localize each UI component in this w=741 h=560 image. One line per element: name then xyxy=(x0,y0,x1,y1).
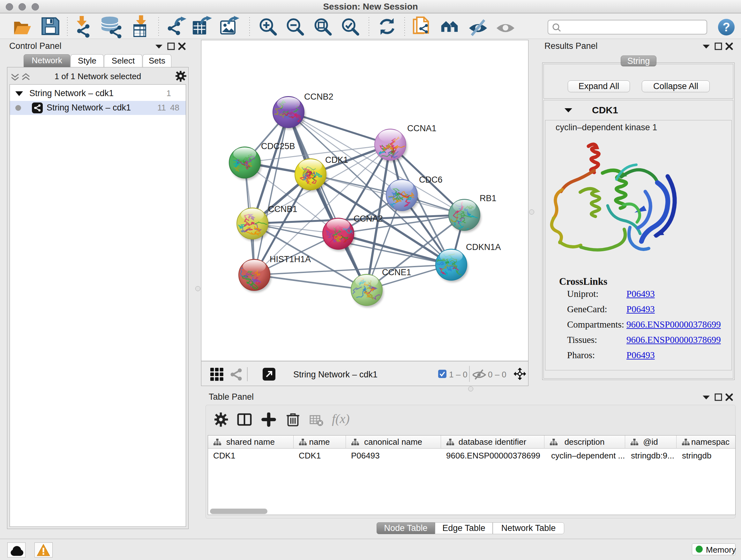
svg-text:RB1: RB1 xyxy=(480,193,496,203)
svg-text:CDC25B: CDC25B xyxy=(261,141,295,151)
svg-text:CCNB1: CCNB1 xyxy=(268,204,297,214)
svg-text:CCNA1: CCNA1 xyxy=(407,124,436,133)
svg-text:CCNE1: CCNE1 xyxy=(382,267,411,277)
svg-text:HIST1H1A: HIST1H1A xyxy=(270,254,311,264)
svg-text:CDC6: CDC6 xyxy=(419,175,443,185)
svg-text:CDK1: CDK1 xyxy=(325,155,348,165)
svg-text:CDKN1A: CDKN1A xyxy=(466,242,501,252)
svg-text:CCNB2: CCNB2 xyxy=(304,92,333,102)
svg-text:CCNA2: CCNA2 xyxy=(354,214,383,224)
